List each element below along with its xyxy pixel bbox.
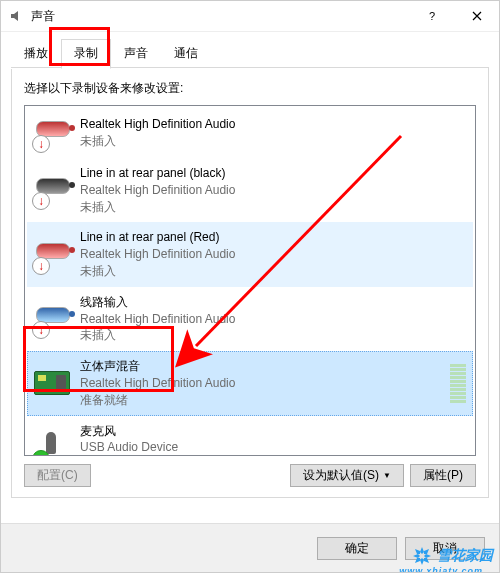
watermark: 雪花家园 www.xhjaty.com (412, 546, 493, 566)
recording-panel: 选择以下录制设备来修改设置: ↓ Realtek High Definition… (11, 68, 489, 498)
sound-icon (9, 8, 25, 24)
tab-playback[interactable]: 播放 (11, 39, 61, 69)
level-meter (450, 363, 466, 403)
set-default-button[interactable]: 设为默认值(S)▼ (290, 464, 404, 487)
device-status: 未插入 (80, 263, 466, 280)
device-name: Line in at rear panel (Red) (80, 229, 466, 246)
unplugged-icon: ↓ (32, 135, 50, 153)
microphone-icon: ✓ (34, 430, 70, 456)
device-name: 麦克风 (80, 423, 466, 440)
device-item-stereo-mix[interactable]: 立体声混音 Realtek High Definition Audio 准备就绪 (27, 351, 473, 415)
device-driver: USB Audio Device (80, 439, 466, 456)
device-list[interactable]: ↓ Realtek High Definition Audio 未插入 ↓ Li… (24, 105, 476, 456)
chevron-down-icon: ▼ (383, 471, 391, 480)
panel-buttons: 配置(C) 设为默认值(S)▼ 属性(P) (24, 464, 476, 487)
snowflake-icon (412, 546, 432, 566)
window-title: 声音 (31, 8, 409, 25)
device-item[interactable]: ✓ 麦克风 USB Audio Device 默认设备 (27, 416, 473, 456)
jack-icon: ↓ (34, 115, 70, 151)
device-status: 准备就绪 (80, 392, 444, 409)
titlebar: 声音 ? (1, 1, 499, 32)
device-name: Line in at rear panel (black) (80, 165, 466, 182)
jack-icon: ↓ (34, 301, 70, 337)
tab-communications[interactable]: 通信 (161, 39, 211, 69)
unplugged-icon: ↓ (32, 321, 50, 339)
device-status: 未插入 (80, 133, 466, 150)
device-item[interactable]: ↓ Line in at rear panel (black) Realtek … (27, 158, 473, 222)
device-item[interactable]: ↓ Realtek High Definition Audio 未插入 (27, 108, 473, 158)
device-status: 未插入 (80, 199, 466, 216)
sound-dialog: 声音 ? 播放 录制 声音 通信 选择以下录制设备来修改设置: ↓ Realte… (0, 0, 500, 573)
ok-button[interactable]: 确定 (317, 537, 397, 560)
help-button[interactable]: ? (409, 2, 454, 31)
soundcard-icon (34, 365, 70, 401)
device-driver: Realtek High Definition Audio (80, 246, 466, 263)
jack-icon: ↓ (34, 172, 70, 208)
svg-text:?: ? (429, 11, 435, 21)
tab-recording[interactable]: 录制 (61, 39, 111, 69)
configure-button[interactable]: 配置(C) (24, 464, 91, 487)
properties-button[interactable]: 属性(P) (410, 464, 476, 487)
unplugged-icon: ↓ (32, 192, 50, 210)
device-status: 未插入 (80, 327, 466, 344)
watermark-text: 雪花家园 (437, 547, 493, 565)
device-item[interactable]: ↓ 线路输入 Realtek High Definition Audio 未插入 (27, 287, 473, 351)
watermark-url: www.xhjaty.com (399, 566, 483, 573)
tab-strip: 播放 录制 声音 通信 (1, 32, 499, 68)
jack-icon: ↓ (34, 237, 70, 273)
unplugged-icon: ↓ (32, 257, 50, 275)
device-item[interactable]: ↓ Line in at rear panel (Red) Realtek Hi… (27, 222, 473, 286)
instruction-label: 选择以下录制设备来修改设置: (24, 80, 476, 97)
device-driver: Realtek High Definition Audio (80, 375, 444, 392)
tab-sounds[interactable]: 声音 (111, 39, 161, 69)
close-button[interactable] (454, 2, 499, 31)
device-name: 线路输入 (80, 294, 466, 311)
device-driver: Realtek High Definition Audio (80, 182, 466, 199)
device-name: Realtek High Definition Audio (80, 116, 466, 133)
device-driver: Realtek High Definition Audio (80, 311, 466, 328)
device-name: 立体声混音 (80, 358, 444, 375)
